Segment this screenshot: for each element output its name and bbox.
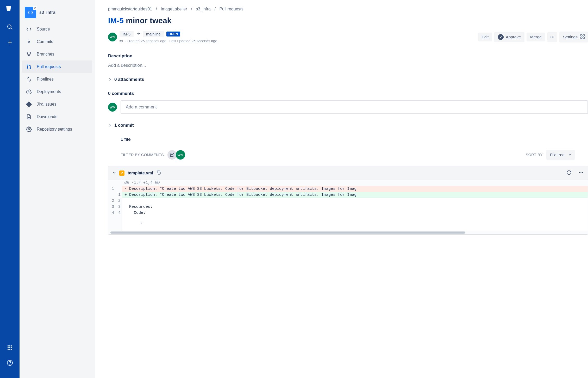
source-branch[interactable]: IM-5	[120, 31, 134, 37]
cloud-upload-icon	[26, 89, 32, 95]
diff-line[interactable]: 22	[108, 198, 588, 204]
chevron-right-icon	[108, 77, 112, 82]
filter-row: FILTER BY COMMENTS WM SORT BY File tree	[121, 150, 588, 160]
merge-button[interactable]: Merge	[527, 33, 545, 41]
sidebar-item-deployments[interactable]: Deployments	[22, 86, 92, 98]
app-switcher-icon[interactable]	[5, 343, 15, 353]
bitbucket-logo-icon[interactable]	[5, 5, 14, 14]
arrow-right-icon	[136, 32, 140, 36]
sidebar-item-label: Deployments	[37, 89, 61, 94]
svg-point-21	[28, 55, 29, 56]
sort-value: File tree	[550, 153, 565, 157]
expand-diff-row[interactable]	[108, 216, 588, 231]
svg-point-22	[27, 65, 28, 66]
approve-button[interactable]: Approve	[494, 32, 524, 42]
sidebar-item-branches[interactable]: Branches	[22, 48, 92, 60]
breadcrumb-item[interactable]: pmmquickstartguides01	[108, 7, 152, 11]
breadcrumb-item[interactable]: Pull requests	[219, 7, 243, 11]
diff-line[interactable]: 44 Code:	[108, 210, 588, 216]
diff-line-content	[122, 198, 588, 204]
sidebar-item-label: Branches	[37, 52, 54, 57]
create-icon[interactable]	[5, 37, 15, 47]
approve-label: Approve	[506, 35, 521, 39]
scrollbar-thumb[interactable]	[110, 231, 465, 234]
comment-input[interactable]: Add a comment	[121, 100, 588, 114]
search-icon[interactable]	[5, 22, 15, 32]
comments-heading: 0 comments	[108, 91, 588, 96]
repo-name: s3_infra	[39, 10, 55, 15]
sidebar-item-source[interactable]: Source	[22, 23, 92, 35]
repo-icon	[25, 7, 36, 18]
diff-line[interactable]: 1+ Description: "Create two AWS S3 bucke…	[108, 192, 588, 198]
edit-button[interactable]: Edit	[478, 33, 492, 41]
more-actions-button[interactable]	[547, 32, 557, 42]
sidebar-item-downloads[interactable]: Downloads	[22, 111, 92, 123]
sidebar-item-repo-settings[interactable]: Repository settings	[22, 123, 92, 136]
svg-point-23	[27, 68, 28, 69]
svg-rect-11	[9, 349, 10, 350]
checkmark-icon	[498, 34, 504, 40]
breadcrumb-item[interactable]: s3_infra	[196, 7, 211, 11]
sort-label: SORT BY	[526, 153, 543, 157]
sort-select[interactable]: File tree	[546, 150, 575, 160]
code-icon	[26, 26, 32, 32]
sidebar-item-pull-requests[interactable]: Pull requests	[22, 60, 92, 73]
pr-meta-row: WM IM-5 mainline OPEN #1 · Created 26 se…	[108, 31, 588, 43]
issue-key-link[interactable]: IM-5	[108, 16, 124, 25]
diff-file-name[interactable]: template.yml	[128, 171, 153, 175]
svg-line-1	[11, 28, 12, 29]
sidebar-item-pipelines[interactable]: Pipelines	[22, 73, 92, 86]
author-avatar[interactable]: WM	[108, 33, 117, 41]
svg-rect-8	[9, 347, 10, 348]
svg-point-14	[10, 364, 10, 365]
branch-icon	[26, 51, 32, 57]
target-branch[interactable]: mainline	[143, 31, 164, 37]
sidebar-item-label: Pull requests	[37, 64, 61, 69]
commit-icon	[26, 39, 32, 45]
file-more-icon[interactable]	[578, 170, 584, 176]
diff-line[interactable]: 33 Resources:	[108, 204, 588, 210]
attachments-toggle[interactable]: 0 attachments	[108, 77, 588, 82]
svg-rect-7	[8, 347, 9, 348]
settings-button[interactable]: Settings	[559, 32, 588, 42]
old-line-no: 2	[108, 198, 115, 204]
filter-all-comments-icon[interactable]	[167, 150, 177, 160]
pr-title: IM-5 minor tweak	[108, 16, 588, 25]
sidebar-item-jira-issues[interactable]: Jira issues	[22, 98, 92, 111]
svg-point-24	[30, 68, 31, 69]
help-icon[interactable]	[5, 358, 15, 368]
refresh-icon[interactable]	[566, 170, 572, 176]
main-content: pmmquickstartguides01 / ImageLabeller / …	[95, 0, 588, 378]
sidebar-item-commits[interactable]: Commits	[22, 35, 92, 48]
svg-rect-37	[158, 172, 160, 174]
breadcrumb-item[interactable]: ImageLabeller	[161, 7, 187, 11]
description-input[interactable]: Add a description...	[108, 63, 588, 68]
svg-rect-10	[8, 349, 9, 350]
new-line-no: 2	[115, 198, 122, 204]
new-line-no: 4	[115, 210, 122, 216]
download-icon	[26, 114, 32, 120]
modified-badge-icon	[119, 170, 124, 176]
diff-line-content: Resources:	[122, 204, 588, 210]
filter-user-avatar[interactable]: WM	[176, 150, 185, 160]
diff-line-content: - Description: "Create two AWS S3 bucket…	[122, 186, 588, 192]
repo-header[interactable]: s3_infra	[22, 5, 92, 23]
expand-down-icon	[115, 216, 122, 231]
svg-rect-5	[9, 345, 10, 346]
pull-request-icon	[26, 64, 32, 70]
diff-line[interactable]: 1- Description: "Create two AWS S3 bucke…	[108, 186, 588, 192]
collapse-file-icon[interactable]	[112, 171, 116, 175]
svg-point-34	[582, 36, 583, 37]
settings-label: Settings	[563, 35, 578, 39]
diff-line-content: + Description: "Create two AWS S3 bucket…	[122, 192, 588, 198]
diff-file-header: template.yml	[108, 166, 588, 180]
chevron-right-icon	[108, 123, 112, 128]
svg-rect-4	[8, 345, 9, 346]
sidebar-item-label: Pipelines	[37, 77, 54, 82]
gear-icon	[26, 126, 32, 132]
commits-toggle[interactable]: 1 commit	[108, 123, 588, 128]
svg-point-33	[553, 36, 554, 37]
svg-point-39	[580, 172, 581, 173]
copy-icon[interactable]	[156, 170, 161, 176]
horizontal-scrollbar[interactable]	[108, 231, 588, 234]
